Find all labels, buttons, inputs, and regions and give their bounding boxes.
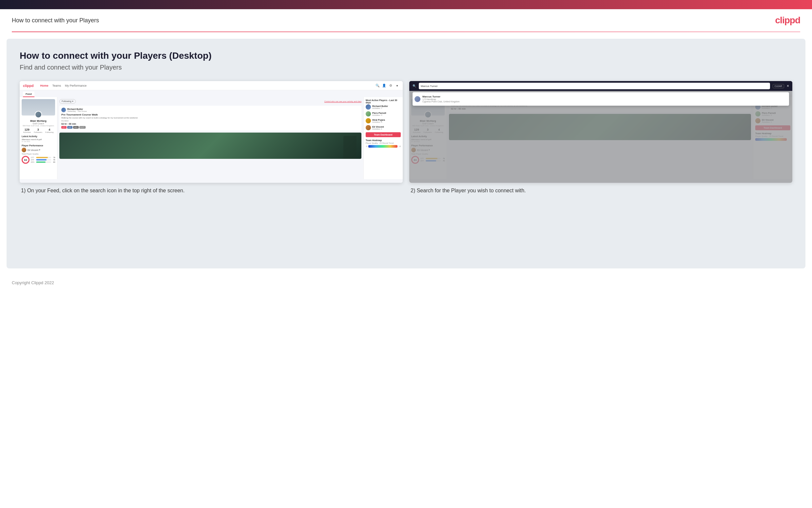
copyright: Copyright Clippd 2022 (12, 280, 54, 285)
search-close-btn[interactable]: × (787, 84, 789, 88)
stat-followers: 3 Followers (34, 128, 42, 133)
control-link[interactable]: Control who can see your activity and da… (324, 100, 362, 102)
avatar-icon[interactable]: ● (395, 83, 399, 88)
search-icon-overlay: 🔍 (413, 84, 416, 88)
screenshot-col-2: clippd Home Teams My Performance Feed (409, 81, 792, 195)
team-dashboard-btn[interactable]: Team Dashboard (366, 132, 401, 137)
player-performance-label: Player Performance (21, 144, 55, 147)
feed-tab[interactable]: Feed (23, 92, 35, 97)
mini-nav-performance[interactable]: My Performance (65, 84, 87, 87)
settings-icon[interactable]: ⚙ (388, 83, 393, 88)
activity-photo (59, 133, 362, 159)
mini-right-panel: Most Active Players - Last 30 days Richa… (363, 97, 403, 179)
player-item-richard: Richard Butler Activities: 7 (366, 104, 401, 110)
caption-1: 1) On your Feed, click on the search ico… (20, 187, 403, 195)
profile-role: Golf Coach (21, 122, 55, 125)
mini-nav-home[interactable]: Home (40, 84, 48, 87)
search-dropdown: Marcus Turner 1-5 Handicap Cypress Point… (413, 92, 789, 106)
following-btn[interactable]: Following ▾ (59, 99, 76, 104)
search-result-avatar (415, 96, 420, 102)
heatmap-bar (368, 145, 397, 148)
player-dropdown[interactable]: Eli Vincent ▾ (28, 149, 40, 151)
mini-nav-teams[interactable]: Teams (52, 84, 61, 87)
search-input-text[interactable]: Marcus Turner (421, 85, 438, 88)
stat-activities: 129 Activities (23, 128, 31, 133)
profile-name: Blair McHarg (21, 120, 55, 122)
heatmap-title: Team Heatmap (366, 139, 401, 141)
latest-activity-label: Latest Activity (21, 135, 55, 137)
logo: clippd (775, 15, 800, 26)
screenshot-col-1: clippd Home Teams My Performance 🔍 👤 ⚙ ●… (20, 81, 403, 195)
quality-row: 84 OTT 79 APP (21, 156, 55, 164)
mini-app-2: clippd Home Teams My Performance Feed (409, 81, 792, 183)
main-content: How to connect with your Players (Deskto… (7, 39, 805, 268)
score-circle: 84 (21, 156, 30, 164)
search-result-handicap: 1-5 Handicap (422, 98, 460, 100)
main-heading: How to connect with your Players (Deskto… (20, 50, 792, 61)
player-item-hiral: Hiral Pujara Activities: 3 (366, 118, 401, 123)
activity-tags: OTT APP ARG PUTT (61, 126, 360, 129)
screenshot-1: clippd Home Teams My Performance 🔍 👤 ⚙ ●… (20, 81, 403, 183)
mini-app-1: clippd Home Teams My Performance 🔍 👤 ⚙ ●… (20, 81, 403, 183)
main-subheading: Find and connect with your Players (20, 64, 792, 71)
active-players-title: Most Active Players - Last 30 days (366, 99, 401, 104)
search-result-item[interactable]: Marcus Turner 1-5 Handicap Cypress Point… (415, 94, 787, 104)
screenshot-2: clippd Home Teams My Performance Feed (409, 81, 792, 183)
search-result-name: Marcus Turner (422, 95, 460, 98)
search-clear-btn[interactable]: CLEAR (773, 84, 784, 88)
heatmap-subtitle: Player Quality · 20 Round Trend (366, 142, 401, 144)
search-overlay: 🔍 Marcus Turner CLEAR × (409, 81, 792, 183)
mini-nav-icons: 🔍 👤 ⚙ ● (375, 83, 399, 88)
header: How to connect with your Players clippd (0, 9, 812, 32)
page-title: How to connect with your Players (12, 17, 99, 24)
following-row: Following ▾ Control who can see your act… (59, 99, 362, 104)
player-item-eli: Eli Vincent Activities: 1 (366, 125, 401, 130)
profile-avatar (35, 111, 42, 118)
person-icon[interactable]: 👤 (382, 83, 386, 88)
mini-main-1: Blair McHarg Golf Coach Mill Ride Golf C… (20, 97, 403, 179)
mini-left-panel: Blair McHarg Golf Coach Mill Ride Golf C… (20, 97, 57, 179)
profile-club: Mill Ride Golf Club, United Kingdom (21, 125, 55, 127)
header-divider (12, 32, 800, 32)
activity-card: Richard Butler Yesterday · The Grove Pre… (59, 106, 362, 131)
profile-header (21, 99, 55, 116)
quality-bars: OTT 79 APP 70 (31, 157, 55, 163)
player-avatar-eli (21, 148, 26, 152)
screenshots-row: clippd Home Teams My Performance 🔍 👤 ⚙ ●… (20, 81, 792, 195)
player-item-piers: Piers Parnell Activities: 4 (366, 111, 401, 117)
search-bar: 🔍 Marcus Turner CLEAR × (409, 81, 792, 91)
search-icon[interactable]: 🔍 (375, 83, 380, 88)
search-input-box: Marcus Turner (419, 83, 770, 89)
activity-person: Richard Butler Yesterday · The Grove (61, 108, 360, 112)
mini-logo-1: clippd (23, 84, 34, 88)
stat-following: 4 Following (45, 128, 53, 133)
profile-stats: 129 Activities 3 Followers 4 (21, 128, 55, 133)
mini-nav-1: clippd Home Teams My Performance 🔍 👤 ⚙ ● (20, 81, 403, 90)
player-row: Eli Vincent ▾ (21, 148, 55, 152)
footer: Copyright Clippd 2022 (0, 275, 812, 290)
top-bar (0, 0, 812, 9)
caption-2: 2) Search for the Player you wish to con… (409, 187, 792, 195)
search-result-club: Cypress Point Club, United Kingdom (422, 100, 460, 103)
mini-middle-panel: Following ▾ Control who can see your act… (57, 97, 363, 179)
